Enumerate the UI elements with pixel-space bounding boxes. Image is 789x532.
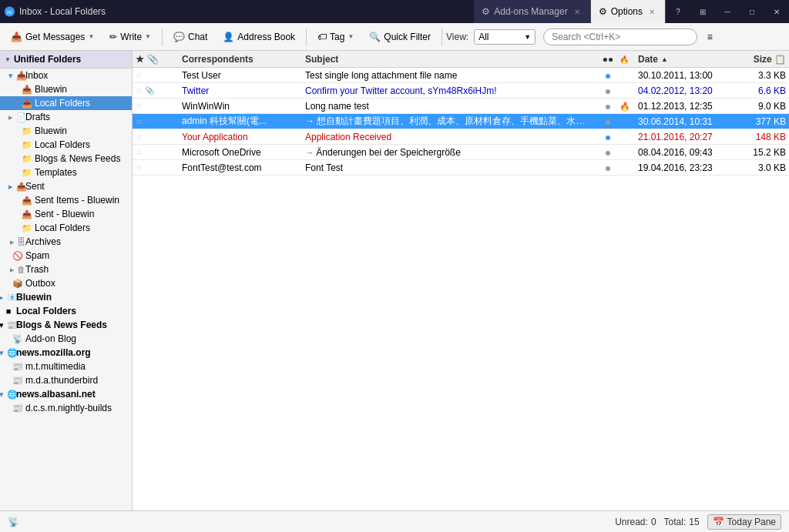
read-dot-icon	[606, 89, 610, 94]
filter-icon: 🔍	[369, 32, 381, 42]
sidebar-item-archives[interactable]: ▸ 🗄 Archives	[0, 235, 132, 249]
tab-options[interactable]: ⚙ Options ✕	[591, 0, 666, 23]
read-dot-icon	[606, 151, 610, 156]
tag-chevron: ▼	[347, 33, 354, 40]
address-book-button[interactable]: 👤 Address Book	[216, 28, 302, 45]
table-row[interactable]: ☆ Microsoft OneDrive → Änderungen bei de…	[133, 145, 789, 160]
toolbar-separator-1	[162, 28, 163, 46]
sidebar-item-inbox[interactable]: ▾ 📥 Inbox	[0, 69, 132, 82]
total-label: Total:	[664, 517, 687, 527]
get-messages-button[interactable]: 📥 Get Messages ▼	[4, 28, 101, 45]
sidebar-item-local-folders-inbox[interactable]: 📥 Local Folders	[0, 96, 132, 110]
sidebar-item-sent-label: Sent	[25, 181, 45, 192]
sidebar-item-trash[interactable]: ▸ 🗑 Trash	[0, 263, 132, 276]
star-icon[interactable]: ☆	[136, 148, 143, 156]
tab-options-close[interactable]: ✕	[646, 6, 657, 17]
col-header-date[interactable]: Date ▲	[635, 54, 743, 65]
table-row[interactable]: ☆ 📎 Twitter Confirm your Twitter account…	[133, 83, 789, 99]
sidebar-item-drafts[interactable]: ▸ 📄 Drafts	[0, 110, 132, 124]
flame-icon: 🔥	[619, 102, 630, 111]
row1-subject: Test single long attachment file name	[302, 70, 596, 81]
write-label: Write	[120, 32, 142, 42]
maximize-button[interactable]: □	[740, 0, 764, 23]
sidebar-item-sent-bluewin[interactable]: 📤 Sent - Bluewin	[0, 207, 132, 221]
tag-button[interactable]: 🏷 Tag ▼	[311, 28, 361, 45]
col-header-from[interactable]: Correspondents	[179, 54, 302, 65]
sidebar-item-bluewin-drafts[interactable]: 📁 Bluewin	[0, 124, 132, 138]
today-pane-button[interactable]: 📅 Today Pane	[707, 514, 781, 530]
local-folders-account-icon: ■	[3, 306, 14, 316]
star-icon[interactable]: ☆	[136, 163, 143, 172]
sidebar-item-m-d-a-thunderbird[interactable]: 📰 m.d.a.thunderbird	[0, 373, 132, 387]
row5-dots	[596, 132, 619, 142]
write-button[interactable]: ✏ Write ▼	[102, 28, 158, 45]
row7-size: 3.0 KB	[743, 162, 789, 173]
col-header-size[interactable]: Size 📋	[743, 54, 789, 65]
sidebar-item-spam[interactable]: 🚫 Spam	[0, 249, 132, 263]
trash-icon: ▸ 🗑	[12, 264, 23, 275]
sidebar-item-templates-label: Templates	[35, 167, 77, 178]
sidebar-item-sent[interactable]: ▸ 📤 Sent	[0, 179, 132, 193]
read-dot-icon	[606, 105, 610, 109]
connection-icon: 📡	[8, 517, 19, 527]
sidebar-item-local-folders-drafts[interactable]: 📁 Local Folders	[0, 138, 132, 152]
sidebar-item-m-t-multimedia[interactable]: 📰 m.t.multimedia	[0, 360, 132, 373]
sidebar-item-d-c-s-m-nightly[interactable]: 📰 d.c.s.m.nightly-builds	[0, 401, 132, 415]
row4-dots	[596, 116, 619, 127]
table-row[interactable]: ☆ FontTest@test.com Font Test 19.04.2016…	[133, 160, 789, 176]
sidebar-item-bluewin-inbox[interactable]: 📥 Bluewin	[0, 82, 132, 96]
row6-subject: → Änderungen bei der Speichergröße	[302, 147, 596, 158]
get-messages-label: Get Messages	[25, 32, 85, 42]
sidebar-item-local-folders-account[interactable]: ■ Local Folders	[0, 304, 132, 318]
row2-subject: Confirm your Twitter account, sYm48Rx6iH…	[302, 85, 596, 96]
sidebar-item-news-albasani[interactable]: ▾ 🌐 news.albasani.net	[0, 387, 132, 401]
unread-label: Unread:	[615, 517, 648, 527]
sidebar-item-sent-items-bluewin[interactable]: 📤 Sent Items - Bluewin	[0, 193, 132, 207]
row3-size: 9.0 KB	[743, 101, 789, 112]
table-row[interactable]: ☆ Test User Test single long attachment …	[133, 68, 789, 83]
table-row[interactable]: ☆ Your Application Application Received …	[133, 129, 789, 145]
sidebar-item-bluewin-account[interactable]: ▸ 📧 Bluewin	[0, 290, 132, 304]
sidebar-item-archives-label: Archives	[25, 236, 61, 247]
tab-addons[interactable]: ⚙ Add-ons Manager ✕	[474, 0, 590, 23]
search-input[interactable]	[543, 28, 697, 45]
star-icon[interactable]: ☆	[136, 102, 143, 110]
write-icon: ✏	[109, 32, 117, 42]
templates-icon: 📁	[22, 167, 32, 178]
toolbar-separator-3	[442, 28, 442, 46]
tag-icon: 🏷	[317, 32, 327, 42]
table-row[interactable]: ☆ WinWinWin Long name test 🔥 01.12.2013,…	[133, 99, 789, 114]
col-header-subject[interactable]: Subject	[302, 54, 596, 65]
col-header-tag: 🔥	[619, 54, 635, 65]
news-albasani-icon: ▾ 🌐	[3, 389, 14, 400]
table-row[interactable]: ☆ admin 科技幫關(電... → 想自動計畫費題項目、利潤、成本、原材料倉…	[133, 114, 789, 129]
sidebar-item-blogs-news-account[interactable]: ▾ 📰 Blogs & News Feeds	[0, 318, 132, 332]
read-dot-icon	[606, 166, 610, 171]
view-select[interactable]: All ▼	[474, 29, 536, 45]
sidebar-item-templates[interactable]: 📁 Templates	[0, 166, 132, 179]
row1-flags: ☆	[133, 71, 179, 79]
row2-dots	[596, 85, 619, 96]
sidebar-item-news-mozilla[interactable]: ▾ 🌐 news.mozilla.org	[0, 346, 132, 360]
star-icon[interactable]: ☆	[136, 71, 143, 79]
close-button[interactable]: ✕	[764, 0, 789, 23]
star-icon[interactable]: ☆	[136, 117, 143, 125]
minimize-button[interactable]: ─	[715, 0, 740, 23]
options-icon: ⚙	[599, 6, 607, 17]
sidebar-item-local-folders-sent[interactable]: 📁 Local Folders	[0, 221, 132, 235]
tab-addons-close[interactable]: ✕	[572, 6, 583, 17]
toggle-button[interactable]: ⊞	[690, 0, 715, 23]
status-unread: Unread: 0	[615, 517, 656, 527]
chat-button[interactable]: 💬 Chat	[166, 28, 214, 45]
row4-from: admin 科技幫關(電...	[179, 115, 302, 128]
sidebar-item-addon-blog[interactable]: 📡 Add-on Blog	[0, 332, 132, 346]
star-icon[interactable]: ☆	[136, 132, 143, 141]
help-button[interactable]: ?	[666, 0, 690, 23]
unified-folders-header[interactable]: ▼ Unified Folders	[0, 51, 132, 69]
sidebar-item-blogs-drafts[interactable]: 📁 Blogs & News Feeds	[0, 152, 132, 166]
quick-filter-button[interactable]: 🔍 Quick Filter	[362, 28, 438, 45]
star-icon[interactable]: ☆	[136, 86, 143, 95]
sidebar-item-trash-label: Trash	[25, 264, 49, 275]
menu-button[interactable]: ≡	[699, 26, 720, 48]
sidebar-item-outbox[interactable]: 📦 Outbox	[0, 276, 132, 290]
